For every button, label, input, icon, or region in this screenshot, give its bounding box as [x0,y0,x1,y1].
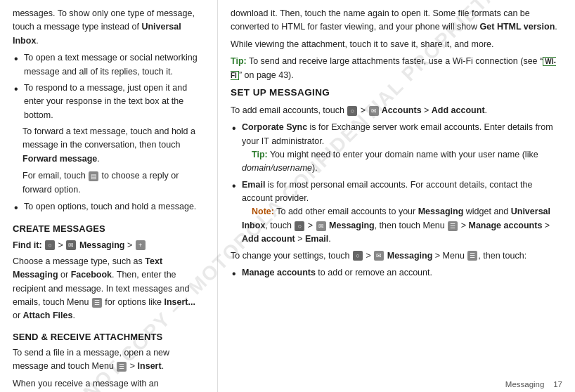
bullet-dot-2: • [14,81,24,122]
settings-menu-icon: ☰ [467,251,477,261]
forward-paragraph: To forward a text message, touch and hol… [22,125,205,166]
find-it-label: Find it: [13,240,44,250]
menu-icon-inline: ☰ [92,298,102,308]
setup-intro-paragraph: To add email accounts, touch ○ > ✉ Accou… [231,104,562,117]
bullet-corporate-text: Corporate Sync is for Exchange server wo… [242,121,562,176]
bullet-email-text: Email is for most personal email account… [242,178,562,247]
download-paragraph: download it. Then, touch the name again … [231,7,562,34]
email-inline-icon: ▤ [89,171,98,181]
bullet-respond-content: To respond to a message, just open it an… [24,81,205,122]
bullet-options-content: To open options, touch and hold a messag… [24,200,205,216]
accounts-text: Accounts [380,105,422,115]
setup-search-icon: ○ [347,106,357,116]
find-it-arrow1: > [58,240,66,250]
footer: Messaging 17 [505,380,562,388]
email-note-label: Note: [252,207,274,216]
tip1-paragraph: Tip: To send and receive large attachmen… [231,55,562,82]
note-email-icon: ✉ [316,221,326,231]
send-body2: When you receive a message with an attac… [13,377,205,392]
corp-tip: Tip: You might need to enter your domain… [242,150,538,173]
bullet-open-text-content: To open a text message or social network… [24,51,205,79]
corporate-sync-bold: Corporate Sync [242,122,307,132]
tip1-label: Tip: [231,56,247,66]
settings-email-icon: ✉ [374,251,384,261]
email-note: Note: To add other email accounts to you… [242,207,550,244]
intro-paragraph: messages. To show only one type of messa… [13,7,205,48]
note-menu-icon: ☰ [448,221,458,231]
bullet-dot-1: • [14,51,24,79]
send-body1: To send a file in a message, open a new … [13,346,205,374]
bullet-dot-email: • [232,178,242,247]
set-up-messaging-heading: SET UP MESSAGING [231,86,562,100]
bullet-options: • To open options, touch and hold a mess… [13,200,205,216]
footer-page: 17 [553,380,562,388]
messaging-icon-find-it: ✉ [66,240,76,250]
choose-message-type: Choose a message type, such as Text Mess… [13,255,205,323]
send-menu-icon: ☰ [117,362,127,372]
note-search-icon: ○ [295,221,304,231]
corp-tip-label: Tip: [252,150,268,159]
setup-email-icon: ✉ [369,106,379,116]
search-icon-find-it: ○ [45,240,55,250]
settings-paragraph: To change your settings, touch ○ > ✉ Mes… [231,249,562,263]
bullet-dot-corp: • [232,121,242,176]
manage-accounts-bold: Manage accounts [242,268,316,277]
email-paragraph: For email, touch ▤ to choose a reply or … [22,169,205,197]
get-html-bold: Get HTML version [480,22,555,32]
find-it-messaging: Messaging [79,240,125,250]
bullet-manage-text: Manage accounts to add or remove an acco… [242,266,562,282]
viewing-paragraph: While viewing the attachment, touch it t… [231,38,562,51]
email-bold: Email [242,180,265,190]
bullet-manage-accounts: • Manage accounts to add or remove an ac… [231,266,562,282]
bullet-open-text: • To open a text message or social netwo… [13,51,205,79]
send-receive-heading: SEND & RECEIVE ATTACHMENTS [13,330,205,344]
page: messages. To show only one type of messa… [0,0,575,392]
bullet-corporate-sync: • Corporate Sync is for Exchange server … [231,121,562,176]
footer-label: Messaging [505,380,545,388]
settings-search-icon: ○ [353,251,363,261]
bullet-dot-3: • [14,200,24,216]
left-column: messages. To show only one type of messa… [0,0,218,392]
bullet-email: • Email is for most personal email accou… [231,178,562,247]
forward-message-bold: Forward message [22,154,97,164]
find-it-line: Find it: ○ > ✉ Messaging > + [13,239,205,252]
bullet-dot-manage: • [232,266,242,282]
forward-block: To forward a text message, touch and hol… [13,125,205,197]
forward-intro: To forward a text message, touch and hol… [22,126,195,150]
create-messages-heading: CREATE MESSAGES [13,222,205,236]
right-column: download it. Then, touch the name again … [218,0,575,392]
bullet-respond: • To respond to a message, just open it … [13,81,205,122]
plus-icon-find-it: + [136,240,146,250]
